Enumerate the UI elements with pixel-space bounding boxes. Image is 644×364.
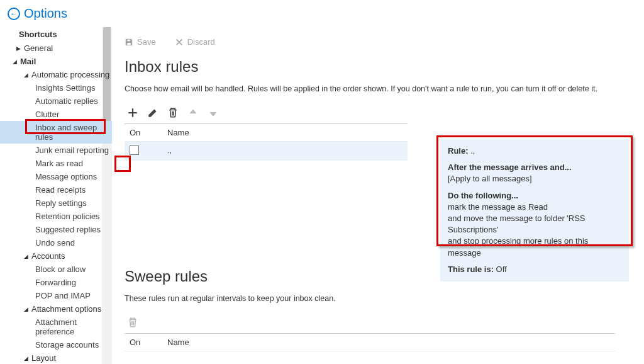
form-toolbar: Save Discard xyxy=(125,33,644,53)
nav-automatic-processing[interactable]: ◢Automatic processing xyxy=(0,68,112,81)
delete-rule-icon[interactable] xyxy=(167,107,179,118)
nav-layout[interactable]: ◢Layout xyxy=(0,351,112,364)
save-button[interactable]: Save xyxy=(125,37,156,47)
nav-msg-options[interactable]: Message options xyxy=(0,170,112,183)
col-on: On xyxy=(130,338,167,347)
table-header: On Name xyxy=(125,334,615,351)
col-name: Name xyxy=(167,338,610,347)
sweep-rules-desc: These rules run at regular intervals to … xyxy=(125,294,644,303)
caret-down-icon: ◢ xyxy=(13,59,18,65)
discard-button[interactable]: Discard xyxy=(175,37,215,47)
back-icon[interactable]: ← xyxy=(8,8,20,20)
nav-accounts[interactable]: ◢Accounts xyxy=(0,249,112,263)
nav-mark-read[interactable]: Mark as read xyxy=(0,157,112,170)
nav-read-receipts[interactable]: Read receipts xyxy=(0,183,112,196)
col-on: On xyxy=(130,128,167,137)
rule-on-checkbox[interactable] xyxy=(130,145,139,155)
main-content: Save Discard Inbox rules Choose how emai… xyxy=(112,27,644,364)
nav-suggested[interactable]: Suggested replies xyxy=(0,223,112,236)
discard-icon xyxy=(175,38,184,47)
rule-name-cell: ., xyxy=(167,145,402,155)
options-header: ← Options xyxy=(0,0,644,27)
nav-undo[interactable]: Undo send xyxy=(0,236,112,249)
nav-block-allow[interactable]: Block or allow xyxy=(0,263,112,276)
nav-retention[interactable]: Retention policies xyxy=(0,210,112,223)
add-rule-icon[interactable] xyxy=(127,107,138,118)
caret-down-icon: ◢ xyxy=(24,355,29,361)
inbox-rules-table: On Name ., xyxy=(125,123,408,161)
inbox-rules-desc: Choose how email will be handled. Rules … xyxy=(125,84,644,93)
nav-storage[interactable]: Storage accounts xyxy=(0,338,112,351)
nav-auto-replies[interactable]: Automatic replies xyxy=(0,94,112,108)
nav-pop-imap[interactable]: POP and IMAP xyxy=(0,289,112,302)
rule-actions-toolbar xyxy=(125,105,644,123)
table-header: On Name xyxy=(125,124,408,142)
nav-mail[interactable]: ◢Mail xyxy=(0,55,112,68)
move-up-icon[interactable] xyxy=(187,107,199,118)
caret-down-icon: ◢ xyxy=(24,72,29,78)
nav-insights[interactable]: Insights Settings xyxy=(0,81,112,94)
inbox-rules-title: Inbox rules xyxy=(125,58,644,76)
caret-right-icon: ▶ xyxy=(16,45,21,52)
caret-down-icon: ◢ xyxy=(24,306,29,312)
shortcuts-heading: Shortcuts xyxy=(0,27,112,42)
nav-reply-settings[interactable]: Reply settings xyxy=(0,196,112,210)
nav-junk[interactable]: Junk email reporting xyxy=(0,144,112,157)
table-row[interactable]: ., xyxy=(125,142,408,161)
nav-forwarding[interactable]: Forwarding xyxy=(0,276,112,289)
delete-sweep-icon[interactable] xyxy=(127,317,138,328)
nav-inbox-sweep[interactable]: Inbox and sweep rules xyxy=(0,121,112,144)
caret-down-icon: ◢ xyxy=(24,253,29,259)
nav-clutter[interactable]: Clutter xyxy=(0,108,112,121)
nav-general[interactable]: ▶General xyxy=(0,42,112,55)
save-icon xyxy=(125,38,133,47)
sweep-actions-toolbar xyxy=(125,314,644,333)
col-name: Name xyxy=(167,128,402,137)
sweep-rules-table: On Name xyxy=(125,333,615,351)
rule-detail-panel: Rule: ., After the message arrives and..… xyxy=(440,139,629,282)
nav-attachment-pref[interactable]: Attachment preference xyxy=(0,316,112,338)
nav-attachment-opts[interactable]: ◢Attachment options xyxy=(0,302,112,316)
page-title: Options xyxy=(24,6,67,21)
sidebar: Shortcuts ▶General ◢Mail ◢Automatic proc… xyxy=(0,27,112,364)
move-down-icon[interactable] xyxy=(208,107,219,118)
edit-rule-icon[interactable] xyxy=(147,107,158,118)
